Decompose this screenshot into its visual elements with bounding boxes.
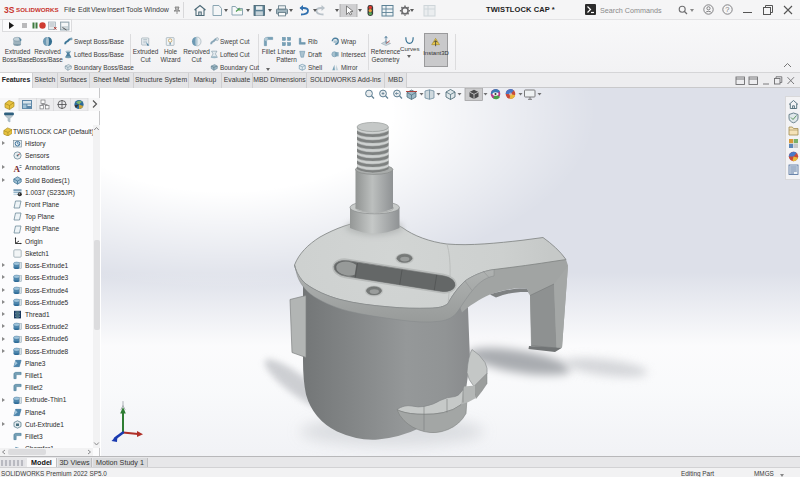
svg-text:?: ? (725, 5, 729, 14)
svg-text:SOLIDWORKS: SOLIDWORKS (16, 6, 59, 13)
svg-text:3S: 3S (4, 5, 15, 15)
svg-text:A: A (14, 164, 21, 173)
